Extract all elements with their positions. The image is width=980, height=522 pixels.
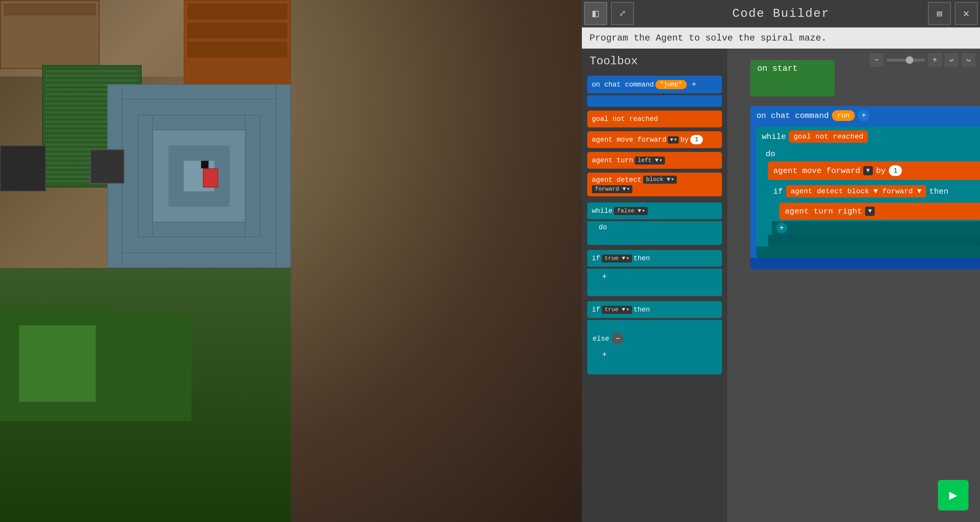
run-button[interactable] [938, 480, 969, 511]
minecraft-background [0, 0, 582, 522]
workspace-panel[interactable]: − + ↩ ↪ on start on chat command [727, 49, 980, 522]
zoom-out-button[interactable]: − [870, 53, 884, 67]
goal-not-reached-block[interactable]: goal not reached [587, 111, 722, 127]
agent-detect-block[interactable]: agent detect block ▼ forward ▼ [587, 173, 722, 196]
while-block[interactable]: while false ▼ [587, 202, 722, 219]
window-title: Code Builder [635, 7, 926, 21]
if-then-else-block-group: if true ▼ then else − + [582, 299, 727, 376]
if-label-ws: if [773, 187, 783, 196]
do-label: do [766, 150, 775, 158]
description-text: Program the Agent to solve the spiral ma… [582, 28, 980, 49]
agent-move-ws: agent move forward [773, 166, 860, 175]
then-label-ws: then [929, 187, 948, 196]
close-button[interactable]: ✕ [955, 2, 978, 25]
zoom-controls: − + ↩ ↪ [870, 53, 975, 67]
if-then-block-1[interactable]: if true ▼ then [587, 250, 722, 267]
while-block-group: while false ▼ do [582, 201, 727, 246]
by-value: 1 [889, 165, 902, 176]
run-pill: run [832, 110, 855, 121]
menu-button[interactable]: ▤ [928, 2, 951, 25]
if-then-else-block[interactable]: if true ▼ then [587, 301, 722, 318]
agent-turn-ws: agent turn right [785, 207, 862, 216]
toolbox-panel: Toolbox on chat command "jump" + goal no… [582, 49, 727, 522]
turn-dropdown[interactable]: ▼ [865, 207, 875, 216]
move-dropdown[interactable]: ▼ [863, 166, 873, 175]
undo-button[interactable]: ↩ [945, 53, 959, 67]
add-button-if[interactable]: + [776, 223, 787, 233]
zoom-in-button[interactable]: + [928, 53, 942, 67]
on-chat-run-block: on chat command run + while goal not rea… [750, 106, 980, 269]
redo-button[interactable]: ↪ [962, 53, 975, 67]
on-start-label: on start [757, 64, 798, 73]
logo-icon: ◧ [584, 2, 607, 25]
on-start-block[interactable]: on start [750, 60, 835, 96]
if-then-block-group-1: if true ▼ then + [582, 248, 727, 298]
by-label: by [876, 166, 885, 175]
expand-button[interactable]: ⤢ [611, 2, 634, 25]
on-chat-label: on chat command [756, 111, 829, 120]
titlebar: ◧ ⤢ Code Builder ▤ ✕ [582, 0, 980, 28]
on-chat-command-block[interactable]: on chat command "jump" + [587, 76, 722, 93]
while-label: while [762, 132, 786, 141]
agent-move-forward-block[interactable]: agent move forward ▼ by 1 [587, 131, 722, 148]
add-button-chat[interactable]: + [858, 110, 869, 121]
code-builder-window: ◧ ⤢ Code Builder ▤ ✕ Program the Agent t… [582, 0, 980, 522]
toolbox-title: Toolbox [582, 49, 727, 74]
goal-not-reached-ws: goal not reached [789, 130, 868, 143]
agent-detect-ws: agent detect block ▼ forward ▼ [786, 185, 926, 197]
agent-turn-left-block[interactable]: agent turn left ▼ [587, 152, 722, 169]
